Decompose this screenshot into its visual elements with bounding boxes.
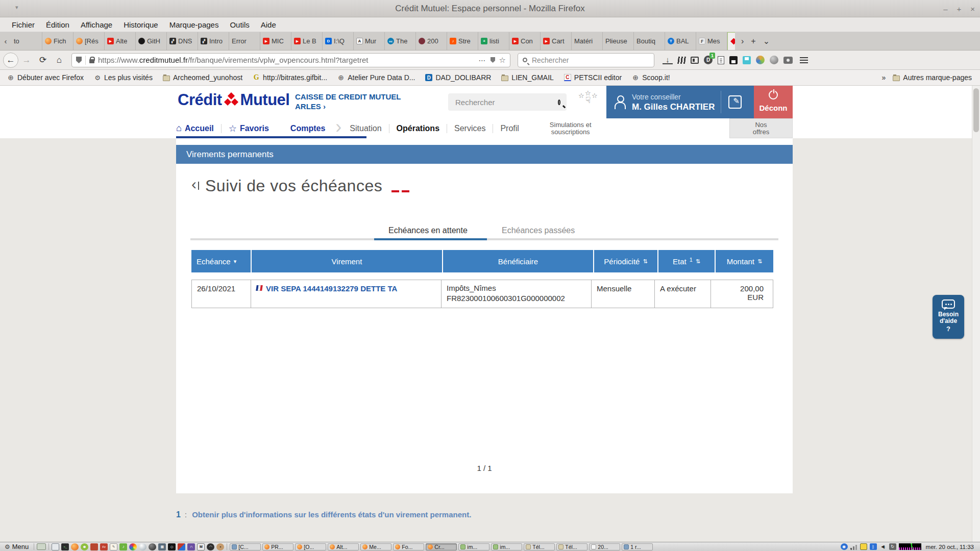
home-button[interactable]: ⌂ [51,52,67,68]
toolbar-icon[interactable] [718,56,724,64]
taskbar-window-button[interactable]: 1 r... [622,543,653,550]
column-header-beneficiaire[interactable]: Bénéficiaire [443,250,593,272]
nav-nos-offres[interactable]: Nos offres [729,118,793,138]
tab-echeances-attente[interactable]: Echéances en attente [388,226,468,235]
sort-both-icon[interactable]: ⇅ [696,258,700,265]
virement-link[interactable]: VIR SEPA 1444149132279 DETTE TA [256,284,437,293]
taskbar-window-button[interactable]: 20... [589,543,620,550]
menubar-item[interactable]: Aide [256,19,281,31]
bookmark-item[interactable]: Les plus visités [94,73,153,82]
taskbar-window-button[interactable]: Tél... [524,543,555,550]
bookmark-item[interactable]: Archeomed_yunohost [163,73,242,82]
advisor-block[interactable]: Votre conseiller M. Gilles CHARTIER [606,86,754,118]
bookmark-item[interactable]: Scoop.it! [632,73,670,82]
tray-icon[interactable] [841,543,848,550]
column-header-virement[interactable]: Virement [252,250,442,272]
browser-tab[interactable]: GitH [136,32,167,50]
bookmark-item[interactable]: Atelier Pure Data D... [337,73,415,82]
browser-tab[interactable]: listi [478,32,509,50]
site-search-box[interactable] [448,93,567,111]
taskbar-window-button[interactable]: im... [491,543,522,550]
nav-simulations[interactable]: Simulations et souscriptions [550,121,592,136]
toolbar-icon[interactable] [770,56,778,64]
browser-tab[interactable]: The [385,32,416,50]
tray-icon[interactable] [860,543,867,550]
taskbar-window-button[interactable]: Fo... [393,543,424,550]
column-header-montant[interactable]: Montant ⇅ [716,250,773,272]
browser-search-input[interactable] [531,56,649,65]
toolbar-icon[interactable] [691,57,699,64]
browser-tab[interactable]: DNS [167,32,198,50]
maximize-button[interactable]: + [957,5,961,13]
credit-mutuel-logo[interactable]: Crédit Mutuel [178,91,289,109]
menubar-item[interactable]: Fichier [7,19,39,31]
taskbar-app-icon[interactable] [139,543,146,550]
taskbar-app-icon[interactable] [197,543,205,550]
menubar-item[interactable]: Outils [225,19,254,31]
menubar-item[interactable]: Marque-pages [165,19,224,31]
pagination[interactable]: 1 / 1 [176,464,793,472]
taskbar-app-icon[interactable] [81,543,88,550]
tracking-protection-icon[interactable] [76,57,82,63]
sort-desc-icon[interactable]: ▾ [234,258,237,265]
browser-tab[interactable]: to [11,32,42,50]
url-text[interactable]: https://www.creditmutuel.fr/fr/banque/vi… [98,56,475,64]
menubar-item[interactable]: Historique [119,19,163,31]
column-header-etat[interactable]: Etat1 ⇅ [658,250,715,272]
taskbar-window-button[interactable]: [O... [295,543,326,550]
taskbar-menu-button[interactable]: ⚙ Menu [2,543,31,550]
menubar-item[interactable]: Édition [41,19,74,31]
browser-tab[interactable]: C × [727,32,735,50]
browser-tab[interactable]: Le B [291,32,323,50]
footnote-link[interactable]: Obtenir plus d'informations sur les diff… [192,510,471,519]
browser-tab[interactable]: Stre [447,32,478,50]
toolbar-icon[interactable]: 1 [704,56,713,64]
branch-name[interactable]: CAISSE DE CREDIT MUTUEL ARLES › [295,92,401,111]
browser-tab[interactable]: MIC [260,32,291,50]
browser-tab[interactable]: Error [229,32,260,50]
browser-tab[interactable]: Plieuse [603,32,634,50]
browser-tab[interactable]: Alte [105,32,136,50]
taskbar-window-button[interactable]: PR... [262,543,293,550]
bookmark-item[interactable]: PETSCII editor [564,73,622,82]
taskbar-window-button[interactable]: im... [458,543,489,550]
menubar-item[interactable]: Affichage [76,19,117,31]
sort-both-icon[interactable]: ⇅ [757,258,762,265]
nav-situation[interactable]: Situation [350,124,381,133]
help-widget[interactable]: Besoin d'aide ? [933,295,964,339]
taskbar-window-button[interactable]: [C... [230,543,261,550]
browser-tab[interactable]: Matéri [572,32,603,50]
site-search-icon[interactable] [558,99,560,105]
tabs-scroll-left-icon[interactable]: ‹ [0,32,11,50]
browser-tab[interactable]: Cart [541,32,572,50]
browser-search-box[interactable] [518,53,654,67]
taskbar-app-icon[interactable] [71,543,79,550]
bookmark-star-icon[interactable]: ☆ [499,56,506,65]
taskbar-window-button[interactable]: Cr... [426,543,457,550]
tray-icon[interactable] [889,543,896,550]
close-button[interactable]: × [970,5,975,13]
window-shade-icon[interactable]: ▾ [15,4,18,11]
bookmarks-overflow-icon[interactable]: » [882,73,886,82]
taskbar-app-icon[interactable] [158,543,166,550]
nav-comptes[interactable]: Comptes [290,124,325,133]
taskbar-app-icon[interactable] [90,543,98,550]
bookmark-item[interactable]: Débuter avec Firefox [7,73,84,82]
column-header-echeance[interactable]: Echéance ▾ [191,250,251,272]
lock-icon[interactable] [89,59,94,63]
back-chevron-icon[interactable]: ‹ [191,177,197,192]
browser-tab[interactable]: BAL [665,32,696,50]
browser-tab[interactable]: 200 [416,32,447,50]
taskbar-app-icon[interactable] [168,543,176,550]
taskbar-app-icon[interactable] [100,543,108,550]
taskbar-app-icon[interactable] [216,543,224,550]
bookmark-item[interactable]: http://bitrates.gifbit... [253,73,327,82]
taskbar-app-icon[interactable] [129,543,137,550]
tab-echeances-passees[interactable]: Echéances passées [502,226,575,235]
browser-tab[interactable]: I:\Q [323,32,354,50]
tray-icon[interactable] [850,543,857,550]
taskbar-clock[interactable]: mer. 20 oct., 11:33 [924,544,978,550]
taskbar-app-icon[interactable] [178,543,185,550]
scrollbar-thumb[interactable] [973,88,979,132]
menu-hamburger-icon[interactable] [800,57,808,63]
